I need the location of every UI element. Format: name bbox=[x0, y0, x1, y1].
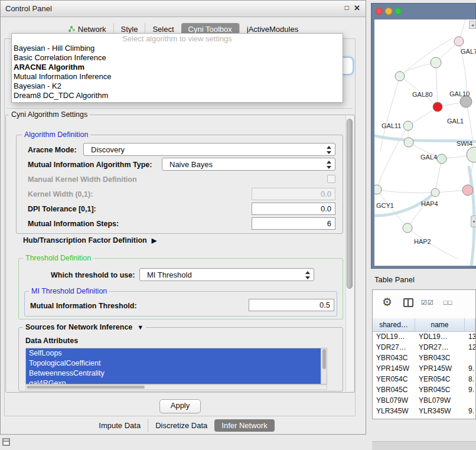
column-header[interactable]: shared… bbox=[373, 318, 415, 331]
attribute-item[interactable]: gal4RGexp bbox=[26, 379, 327, 384]
minimize-window-icon[interactable] bbox=[385, 8, 392, 15]
table-panel-title: Table Panel bbox=[374, 275, 415, 284]
data-attributes-label: Data Attributes bbox=[25, 337, 78, 345]
apply-button[interactable]: Apply bbox=[159, 399, 201, 413]
table-cell bbox=[465, 353, 475, 363]
table-row[interactable]: YBL079WYBL079W bbox=[373, 395, 475, 406]
network-node[interactable] bbox=[454, 37, 464, 46]
node-label: GAL80 bbox=[412, 91, 432, 98]
network-node[interactable] bbox=[395, 71, 405, 81]
table-cell: 9. bbox=[465, 406, 475, 416]
network-edge[interactable] bbox=[377, 190, 435, 193]
mi-steps-label: Mutual Information Steps: bbox=[28, 220, 119, 228]
tab-infer-network[interactable]: Infer Network bbox=[214, 419, 274, 432]
attribute-list-scrollbar[interactable] bbox=[321, 348, 327, 384]
expand-arrow-icon: ▶ bbox=[152, 237, 157, 244]
column-header[interactable]: name bbox=[415, 318, 465, 331]
node-label: GAL11 bbox=[382, 122, 401, 129]
network-node[interactable] bbox=[374, 185, 382, 194]
show-columns-icon[interactable] bbox=[403, 298, 413, 307]
network-edge[interactable] bbox=[436, 63, 438, 107]
mi-threshold-field[interactable]: 0.5 bbox=[249, 299, 334, 311]
attribute-list-hscrollbar[interactable] bbox=[25, 384, 327, 390]
table-row[interactable]: YDL19…YDL19…13 bbox=[373, 331, 475, 342]
network-canvas[interactable]: GAL7GAL80GAL10GAL11GAL1SWI4GAL4GCY1HAP4H… bbox=[374, 19, 476, 266]
table-cell: YER054C bbox=[415, 374, 465, 384]
tab-label: Style bbox=[121, 25, 138, 34]
dpi-tolerance-field[interactable]: 0.0 bbox=[252, 203, 335, 215]
hub-section-toggle[interactable]: Hub/Transcription Factor Definition ▶ bbox=[23, 236, 157, 244]
table-cell: YDR27… bbox=[415, 342, 465, 353]
table-cell: YPR145W bbox=[415, 363, 465, 374]
table-row[interactable]: YBR043CYBR043C bbox=[373, 353, 475, 363]
deselect-all-icon[interactable]: □□ bbox=[444, 299, 452, 306]
table-row[interactable]: YPR145WYPR145W9. bbox=[373, 363, 475, 374]
network-node[interactable] bbox=[467, 147, 476, 162]
tab-label: Network bbox=[78, 25, 106, 34]
mi-algorithm-type-combo[interactable]: Naive Bayes bbox=[162, 158, 335, 171]
table-cell: 13 bbox=[465, 331, 475, 342]
which-threshold-combo[interactable]: MI Threshold bbox=[139, 268, 314, 281]
network-node[interactable] bbox=[431, 57, 441, 68]
collapse-panel-arrow[interactable]: ◂ bbox=[471, 216, 476, 227]
sources-section-toggle[interactable]: Sources for Network Inference ▼ bbox=[23, 323, 146, 331]
table-body: YDL19…YDL19…13YDR27…YDR27…12YBR043CYBR04… bbox=[373, 331, 475, 419]
node-label: HAP2 bbox=[414, 238, 431, 245]
table-row[interactable]: YLR345WYLR345W9. bbox=[373, 406, 475, 416]
attribute-item[interactable]: SelfLoops bbox=[26, 348, 327, 358]
table-cell: YBL079W bbox=[415, 395, 465, 406]
algorithm-option[interactable]: Basic Correlation Inference bbox=[12, 53, 343, 63]
restore-panel-icon[interactable] bbox=[2, 438, 10, 446]
settings-scrollbar-thumb[interactable] bbox=[347, 119, 353, 289]
algorithm-option[interactable]: Bayesian - K2 bbox=[12, 81, 343, 91]
network-node[interactable] bbox=[404, 138, 413, 147]
algorithm-option[interactable]: ARACNE Algorithm bbox=[12, 63, 343, 72]
network-edge[interactable] bbox=[400, 63, 436, 76]
table-row[interactable]: YER054CYER054C8. bbox=[373, 374, 475, 384]
tab-impute-data[interactable]: Impute Data bbox=[92, 419, 148, 432]
close-window-icon[interactable] bbox=[376, 8, 383, 15]
network-node[interactable] bbox=[403, 121, 413, 131]
attribute-item[interactable]: TopologicalCoefficient bbox=[26, 358, 327, 369]
hide-panel-icon[interactable]: ◂ bbox=[469, 21, 476, 29]
algorithm-option[interactable]: Bayesian - Hill Climbing bbox=[12, 44, 343, 53]
table-row[interactable]: YIL052CYIL052C bbox=[373, 416, 475, 419]
table-cell: YER054C bbox=[373, 374, 415, 384]
column-header[interactable] bbox=[465, 318, 475, 331]
network-edge[interactable] bbox=[407, 193, 435, 228]
dpi-tolerance-label: DPI Tolerance [0,1]: bbox=[28, 205, 96, 213]
network-node[interactable] bbox=[462, 185, 473, 195]
network-node[interactable] bbox=[460, 96, 472, 107]
manual-kernel-width-checkbox[interactable] bbox=[327, 175, 335, 183]
algorithm-option[interactable]: Mutual Information Inference bbox=[12, 72, 343, 81]
table-cell: YDL19… bbox=[373, 331, 415, 342]
select-all-icon[interactable]: ☑☑ bbox=[421, 299, 434, 306]
network-node[interactable] bbox=[403, 223, 412, 233]
network-node[interactable] bbox=[431, 188, 439, 197]
network-graph: GAL7GAL80GAL10GAL11GAL1SWI4GAL4GCY1HAP4H… bbox=[374, 19, 476, 266]
network-node[interactable] bbox=[433, 102, 442, 112]
kernel-width-field: 0.0 bbox=[252, 188, 335, 200]
tab-discretize-data[interactable]: Discretize Data bbox=[148, 419, 214, 432]
attribute-list-hscrollbar-thumb[interactable] bbox=[27, 386, 145, 389]
close-icon[interactable]: ✕ bbox=[354, 4, 360, 12]
network-edge[interactable] bbox=[377, 126, 408, 190]
zoom-window-icon[interactable] bbox=[395, 8, 402, 15]
table-row[interactable]: YDR27…YDR27…12 bbox=[373, 342, 475, 353]
mi-threshold-label: Mutual Information Threshold: bbox=[30, 302, 137, 310]
table-cell: YBR045C bbox=[415, 384, 465, 395]
gear-icon[interactable]: ⚙ bbox=[382, 295, 392, 309]
float-window-icon[interactable]: □ bbox=[345, 4, 349, 12]
network-node[interactable] bbox=[437, 154, 446, 164]
table-row[interactable]: YBR045CYBR045C9. bbox=[373, 384, 475, 395]
network-edge[interactable] bbox=[408, 107, 438, 126]
network-edge[interactable] bbox=[435, 159, 442, 193]
mi-steps-field[interactable]: 6 bbox=[252, 217, 335, 230]
which-threshold-label: Which threshold to use: bbox=[51, 271, 135, 279]
table-toolbar: ⚙ ☑☑ □□ bbox=[373, 290, 475, 319]
table-cell bbox=[465, 416, 475, 419]
attribute-list-scrollbar-thumb[interactable] bbox=[322, 349, 326, 369]
attribute-item[interactable]: BetweennessCentrality bbox=[26, 369, 327, 379]
algorithm-option[interactable]: Dream8 DC_TDC Algorithm bbox=[12, 91, 343, 100]
aracne-mode-combo[interactable]: Discovery bbox=[83, 143, 335, 156]
